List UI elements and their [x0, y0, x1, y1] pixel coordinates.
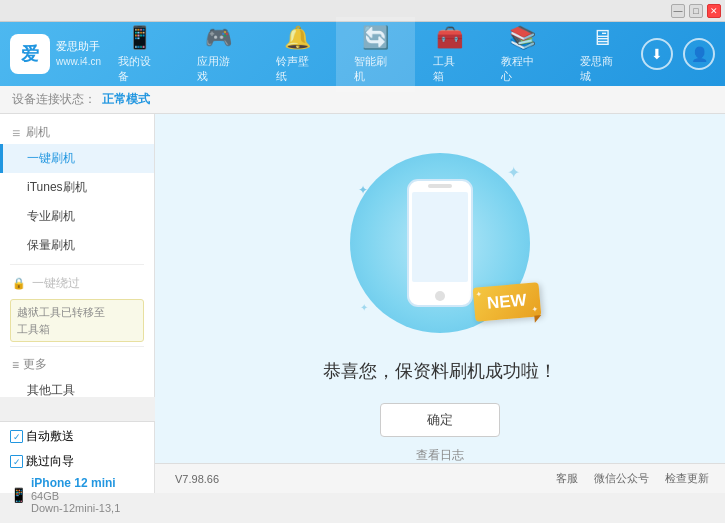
status-label: 设备连接状态： — [12, 91, 96, 108]
circle-background: ✦ NEW ✦ ✦ ✦ ✦ — [350, 153, 530, 333]
store-icon: 🖥 — [591, 25, 613, 51]
logo-icon: 爱 — [10, 34, 50, 74]
sidebar-section-restore: 🔒 一键绕过 — [0, 269, 154, 295]
nav-app-game[interactable]: 🎮 应用游戏 — [179, 17, 258, 92]
skip-wizard-checkbox[interactable]: ✓ 跳过向导 — [10, 453, 74, 470]
window-controls: — □ ✕ — [671, 4, 721, 18]
sidebar-item-itunes-flash[interactable]: iTunes刷机 — [0, 173, 154, 202]
wechat-link[interactable]: 微信公众号 — [594, 471, 649, 486]
auto-connect-checkbox[interactable]: ✓ 自动敷送 — [10, 428, 74, 445]
svg-rect-3 — [428, 184, 452, 188]
sidebar-item-save-flash[interactable]: 保量刷机 — [0, 231, 154, 260]
ringtone-icon: 🔔 — [284, 25, 311, 51]
minimize-button[interactable]: — — [671, 4, 685, 18]
header: 爱 爱思助手 www.i4.cn 📱 我的设备 🎮 应用游戏 🔔 铃声壁纸 🔄 … — [0, 22, 725, 86]
nav-items: 📱 我的设备 🎮 应用游戏 🔔 铃声壁纸 🔄 智能刷机 🧰 工具箱 📚 教程中心… — [100, 17, 641, 92]
view-log-link[interactable]: 查看日志 — [416, 447, 464, 464]
sparkle-3: ✦ — [360, 302, 368, 313]
my-device-icon: 📱 — [126, 25, 153, 51]
sidebar: ≡ 刷机 一键刷机 iTunes刷机 专业刷机 保量刷机 🔒 一键绕过 越狱工具… — [0, 114, 155, 397]
content-area: ✦ NEW ✦ ✦ ✦ ✦ 恭喜您，保资料刷机成功啦！ 确定 查看日志 — [155, 114, 725, 493]
sidebar-section-flash: ≡ 刷机 — [0, 118, 154, 144]
status-value: 正常模式 — [102, 91, 150, 108]
nav-ringtone[interactable]: 🔔 铃声壁纸 — [258, 17, 337, 92]
check-update-link[interactable]: 检查更新 — [665, 471, 709, 486]
main-layout: ≡ 刷机 一键刷机 iTunes刷机 专业刷机 保量刷机 🔒 一键绕过 越狱工具… — [0, 114, 725, 493]
restore-section-icon: 🔒 — [12, 277, 26, 290]
auto-connect-cb-box: ✓ — [10, 430, 23, 443]
app-game-icon: 🎮 — [205, 25, 232, 51]
sidebar-item-one-click-flash[interactable]: 一键刷机 — [0, 144, 154, 173]
sidebar-item-pro-flash[interactable]: 专业刷机 — [0, 202, 154, 231]
nav-toolbox[interactable]: 🧰 工具箱 — [415, 17, 483, 92]
divider-2 — [10, 346, 144, 347]
nav-my-device[interactable]: 📱 我的设备 — [100, 17, 179, 92]
close-button[interactable]: ✕ — [707, 4, 721, 18]
sparkle-1: ✦ — [507, 163, 520, 182]
new-badge-text: NEW — [487, 290, 528, 312]
sidebar-item-other-tools[interactable]: 其他工具 — [0, 376, 154, 397]
device-model: Down-12mini-13,1 — [31, 502, 120, 514]
logo-text: 爱思助手 www.i4.cn — [56, 39, 101, 68]
device-storage: 64GB — [31, 490, 120, 502]
new-badge-before: ✦ — [476, 290, 483, 298]
new-badge-after: ✦ — [531, 305, 538, 313]
more-section-icon: ≡ — [12, 358, 19, 372]
svg-rect-1 — [412, 192, 468, 282]
nav-smart-flash[interactable]: 🔄 智能刷机 — [336, 17, 415, 92]
toolbox-icon: 🧰 — [436, 25, 463, 51]
divider-1 — [10, 264, 144, 265]
device-section: ✓ 自动敷送 ✓ 跳过向导 📱 iPhone 12 mini 64GB Down… — [0, 421, 155, 493]
success-text: 恭喜您，保资料刷机成功啦！ — [323, 359, 557, 383]
customer-service-link[interactable]: 客服 — [556, 471, 578, 486]
download-button[interactable]: ⬇ — [641, 38, 673, 70]
smart-flash-icon: 🔄 — [362, 25, 389, 51]
device-icon: 📱 — [10, 487, 27, 503]
version-label: V7.98.66 — [175, 473, 219, 485]
sidebar-section-more: ≡ 更多 — [0, 351, 154, 376]
maximize-button[interactable]: □ — [689, 4, 703, 18]
svg-point-2 — [435, 291, 445, 301]
nav-right: ⬇ 👤 — [641, 38, 715, 70]
user-button[interactable]: 👤 — [683, 38, 715, 70]
nav-tutorial[interactable]: 📚 教程中心 — [483, 17, 562, 92]
phone-svg — [400, 178, 480, 308]
logo: 爱 爱思助手 www.i4.cn — [10, 34, 100, 74]
device-name: iPhone 12 mini — [31, 476, 120, 490]
flash-section-icon: ≡ — [12, 125, 20, 141]
confirm-button[interactable]: 确定 — [380, 403, 500, 437]
sparkle-2: ✦ — [358, 183, 368, 197]
nav-store[interactable]: 🖥 爱思商城 — [562, 17, 641, 92]
skip-wizard-cb-box: ✓ — [10, 455, 23, 468]
tutorial-icon: 📚 — [509, 25, 536, 51]
sidebar-notice: 越狱工具已转移至工具箱 — [10, 299, 144, 342]
phone-illustration: ✦ NEW ✦ ✦ ✦ ✦ — [340, 143, 540, 343]
bottom-status-bar: V7.98.66 客服 微信公众号 检查更新 — [155, 463, 725, 493]
